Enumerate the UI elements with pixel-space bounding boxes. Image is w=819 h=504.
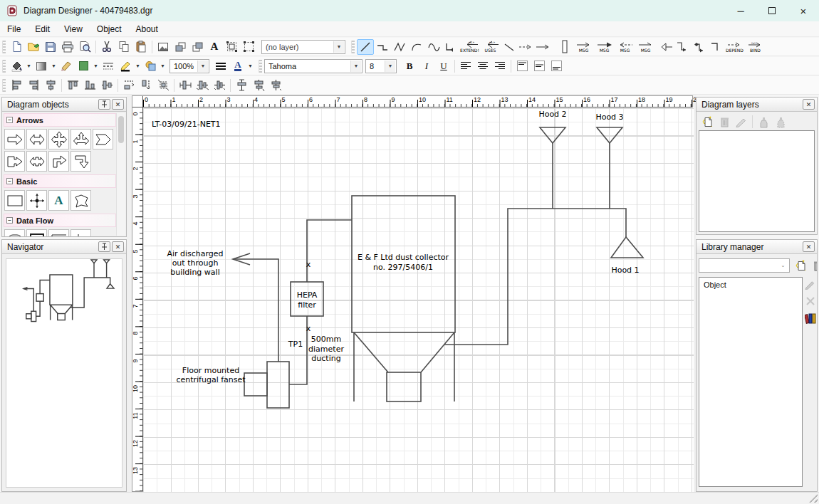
section-data-flow[interactable]: − Data Flow	[4, 214, 116, 227]
title-bar[interactable]: Diagram Designer - 40479483.dgr ─ ×	[0, 0, 819, 21]
dashed-arrow-button[interactable]	[518, 39, 535, 55]
shape-arrow-left-right-box[interactable]	[26, 151, 47, 172]
lifeline-button[interactable]	[556, 39, 573, 55]
chevron-down-icon[interactable]: ▼	[333, 41, 344, 53]
save-button[interactable]	[42, 39, 59, 55]
collapse-icon[interactable]: −	[6, 117, 13, 123]
toolbar-grip[interactable]	[351, 41, 355, 53]
align-top-edges-button[interactable]	[64, 78, 81, 93]
maximize-button[interactable]	[756, 0, 788, 21]
close-icon[interactable]: ✕	[112, 99, 124, 110]
shape-process-rect[interactable]	[26, 229, 47, 237]
decrease-horizontal-spacing-button[interactable]	[211, 78, 228, 93]
libraries-icon[interactable]	[805, 313, 816, 326]
line-style-button[interactable]	[100, 58, 117, 74]
glue-to-layer-button[interactable]	[755, 114, 772, 130]
layers-list[interactable]	[699, 130, 815, 232]
extend-arrow-button[interactable]: «x-»EXTEND!	[459, 39, 480, 55]
message-async-arrow-button[interactable]: MSG	[635, 39, 656, 55]
library-select[interactable]: ⌄	[699, 258, 790, 273]
line-tool-button[interactable]	[357, 39, 374, 55]
gradient-fill-button[interactable]	[33, 58, 50, 74]
diagram-objects-title-bar[interactable]: Diagram objects ✕	[2, 98, 126, 112]
shadow-button[interactable]	[142, 58, 159, 74]
shape-arrow-three-way[interactable]	[71, 129, 91, 149]
chevron-down-icon[interactable]: ▼	[197, 61, 208, 72]
diagonal-line-button[interactable]	[501, 39, 518, 55]
edit-object-button[interactable]	[805, 279, 816, 292]
toolbar-grip[interactable]	[2, 41, 6, 53]
shape-arrow-right[interactable]	[4, 129, 25, 149]
zoom-select[interactable]: 100% ▼	[169, 59, 209, 73]
delete-library-button[interactable]	[809, 258, 818, 273]
menu-file[interactable]: File	[0, 22, 28, 36]
italic-button[interactable]: I	[418, 58, 435, 74]
close-icon[interactable]: ✕	[112, 241, 124, 252]
delete-layer-button[interactable]	[716, 114, 733, 130]
chevron-down-icon[interactable]: ⌄	[778, 260, 788, 271]
cut-button[interactable]	[98, 39, 115, 55]
valign-top-button[interactable]	[513, 58, 531, 74]
toolbar-grip[interactable]	[2, 79, 6, 92]
chevron-down-icon[interactable]: ▼	[92, 58, 100, 74]
shape-arrow-double-horizontal[interactable]	[26, 129, 47, 149]
new-library-object-button[interactable]	[792, 258, 809, 273]
make-same-height-button[interactable]	[137, 78, 155, 93]
close-button[interactable]: ×	[788, 0, 819, 21]
library-object-item[interactable]: Object	[699, 278, 802, 292]
chevron-down-icon[interactable]: ▼	[350, 61, 361, 72]
menu-view[interactable]: View	[57, 22, 90, 36]
section-basic[interactable]: − Basic	[4, 174, 116, 188]
line-width-button[interactable]	[212, 58, 229, 74]
align-center-button[interactable]	[474, 58, 491, 74]
chevron-down-icon[interactable]: ▼	[246, 58, 254, 74]
navigator-title-bar[interactable]: Navigator ✕	[2, 240, 126, 254]
object-color-button[interactable]	[75, 58, 92, 74]
scrollbar-thumb[interactable]	[118, 116, 124, 143]
line-color-button[interactable]	[117, 58, 134, 74]
message-arrow-button[interactable]: MSG	[573, 39, 594, 55]
format-painter-button[interactable]	[58, 58, 75, 74]
valign-bottom-button[interactable]	[548, 58, 565, 74]
shape-corner-line[interactable]	[71, 229, 91, 237]
open-arrow-left-button[interactable]	[656, 39, 673, 55]
rename-layer-button[interactable]	[733, 114, 750, 130]
navigator-viewport[interactable]	[6, 258, 122, 488]
space-equally-vertical-button[interactable]	[233, 78, 250, 93]
diagram-layers-title-bar[interactable]: Diagram layers ✕	[697, 98, 817, 112]
open-button[interactable]	[25, 39, 42, 55]
toolbar-grip[interactable]	[259, 60, 262, 73]
shape-corner-arrow-down[interactable]	[71, 151, 91, 172]
library-manager-title-bar[interactable]: Library manager ✕	[697, 240, 817, 254]
valign-middle-button[interactable]	[531, 58, 548, 74]
collapse-icon[interactable]: −	[6, 178, 13, 184]
shape-rounded-rect[interactable]	[4, 229, 25, 237]
arrow-line-button[interactable]	[535, 39, 552, 55]
chevron-down-icon[interactable]: ▼	[25, 58, 33, 74]
copy-button[interactable]	[115, 39, 132, 55]
message-solid-arrow-button[interactable]: MSG	[594, 39, 615, 55]
corner-line-button[interactable]	[707, 39, 724, 55]
chevron-down-icon[interactable]: ▼	[50, 58, 58, 74]
align-right-button[interactable]	[491, 58, 508, 74]
pin-icon[interactable]	[98, 99, 110, 110]
paste-button[interactable]	[132, 39, 150, 55]
corner-connector-button[interactable]	[442, 39, 459, 55]
bind-arrow-button[interactable]: «x»BIND	[745, 39, 766, 55]
font-family-select[interactable]: Tahoma ▼	[264, 59, 362, 73]
group-button[interactable]	[223, 39, 240, 55]
print-preview-button[interactable]	[76, 39, 93, 55]
underline-button[interactable]: U	[435, 58, 452, 74]
bring-to-front-button[interactable]	[172, 39, 189, 55]
zigzag-line-button[interactable]	[391, 39, 408, 55]
minimize-button[interactable]: ─	[725, 0, 756, 21]
print-button[interactable]	[59, 39, 76, 55]
decrease-vertical-spacing-button[interactable]	[267, 78, 284, 93]
send-to-back-button[interactable]	[189, 39, 206, 55]
shape-text[interactable]: A	[48, 190, 69, 211]
close-icon[interactable]: ✕	[803, 99, 815, 110]
elbow-arrow-diamond-button[interactable]	[690, 39, 707, 55]
make-same-width-button[interactable]	[120, 78, 137, 93]
increase-vertical-spacing-button[interactable]	[250, 78, 267, 93]
make-same-size-button[interactable]	[155, 78, 172, 93]
